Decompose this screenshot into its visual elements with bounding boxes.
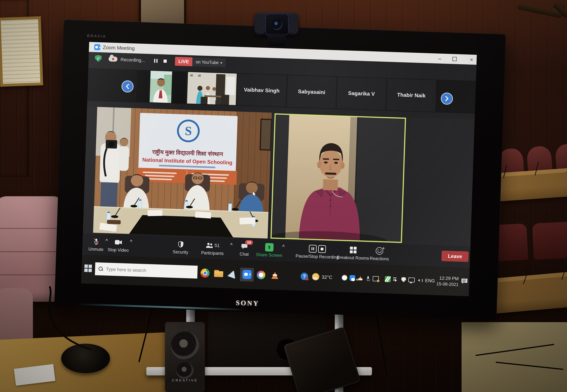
volume-mixer-tray-icon[interactable] [392,276,399,283]
chevron-left-icon [125,84,129,89]
reactions-smiley-icon: + [376,247,383,255]
weather-icon[interactable] [312,273,320,280]
window-title: Zoom Meeting [103,42,135,54]
tv-screen: Zoom Meeting – × ✓ Recording... LIVE on … [81,42,477,296]
tv-brand-label: BRAVIA [87,34,106,39]
nvidia-tray-icon[interactable] [385,276,391,282]
start-button[interactable] [84,264,92,272]
stop-recording-button[interactable] [162,58,168,64]
participant-name: Thabir Naik [397,92,426,99]
chrome-taskbar-icon[interactable] [200,268,210,278]
screen-share-tray-icon[interactable] [373,275,379,282]
zoom-tray-icon[interactable] [349,275,356,281]
live-stream-control[interactable]: LIVE on YouTube ▾ [175,57,226,67]
encryption-shield-icon[interactable]: ✓ [95,55,102,62]
leave-button[interactable]: Leave [441,251,469,262]
participant-name: Sabyasaini [298,88,325,95]
webcam-lens [272,19,282,30]
floor [462,322,567,392]
file-explorer-taskbar-icon[interactable] [214,268,224,279]
taskbar-search[interactable] [95,262,198,279]
volume-tray-icon[interactable] [416,277,423,284]
lens-tray-icon[interactable] [341,274,348,281]
chevron-right-icon [445,96,449,101]
active-speaker-video-feed [270,113,406,243]
share-screen-button[interactable]: Share Screen [256,239,283,261]
windows-security-tray-icon[interactable] [400,276,407,283]
participants-button[interactable]: 51 Participants [201,238,224,259]
close-button[interactable]: × [465,55,477,65]
microphone-muted-icon [93,238,99,245]
next-participants-button[interactable] [441,92,453,105]
reactions-button[interactable]: + Reactions [370,243,389,265]
participants-options-chevron[interactable]: ^ [230,242,233,247]
microphone-tray-icon[interactable] [365,275,372,282]
live-badge: LIVE [175,57,193,66]
action-center-icon[interactable] [461,278,468,285]
webcam-mount [268,34,286,46]
creative-speaker: CREATIVE [165,322,205,392]
chat-unread-badge: 10 [245,240,253,245]
restore-button[interactable] [448,54,461,64]
nios-banner: S राष्ट्रीय मुक्त विद्यालयी शिक्षा संस्थ… [137,113,239,185]
conference-room-video-feed: S राष्ट्रीय मुक्त विद्यालयी शिक्षा संस्थ… [93,107,272,238]
video-camera-icon [114,239,122,245]
vlc-tray-icon[interactable] [357,275,364,282]
zoom-taskbar-icon[interactable] [242,269,252,280]
participant-name-tile[interactable]: Sagarika V [337,77,386,110]
sony-bravia-tv: BRAVIA SONY Zoom Meeting – × ✓ Recording… [54,19,506,320]
clock-time: 12:29 PM [439,275,459,282]
photo-of-conference-room: CREATIVE BRAVIA SONY Zoom Meeting – × ✓ [0,0,567,392]
breakout-rooms-button[interactable]: Breakout Rooms [337,242,370,264]
unmute-options-chevron[interactable]: ^ [105,238,108,243]
svg-text:S: S [185,124,192,138]
zoom-app-icon [94,44,100,50]
participant-name-tile[interactable]: Sabyasaini [287,75,336,108]
cloud-recording-icon [109,56,117,62]
participant-name: Vaibhav Singh [244,86,280,94]
participant-video-tile[interactable] [136,70,186,103]
security-button[interactable]: Security [172,237,189,258]
chat-button[interactable]: 10 Chat [239,239,249,260]
speaker-brand-label: CREATIVE [165,378,205,382]
vlc-taskbar-icon[interactable] [270,270,280,280]
pause-stop-recording-button[interactable]: Pause/Stop Recording [295,240,339,263]
previous-participants-button[interactable] [121,80,134,93]
participants-count: 51 [215,243,220,248]
seated-attendee-left [123,174,150,211]
video-options-chevron[interactable]: ^ [130,239,133,244]
share-options-chevron[interactable]: ^ [282,244,285,249]
video-stage: S राष्ट्रीय मुक्त विद्यालयी शिक्षा संस्थ… [83,107,475,246]
shield-icon [178,241,184,248]
tv-logo: SONY [236,299,260,308]
participant-name: Sagarika V [348,90,375,97]
webcam [254,13,299,35]
search-icon [98,266,103,271]
network-tray-icon[interactable] [408,277,415,283]
live-destination: on YouTube [196,59,219,65]
minimize-button[interactable]: – [433,53,446,64]
language-indicator[interactable]: ENG [425,266,435,295]
framed-picture-left [0,16,43,87]
search-input[interactable] [106,266,193,275]
pause-stop-recording-icon [309,245,326,253]
woman-attendee [118,138,130,171]
recording-status: Recording... [120,54,145,66]
participant-name-tile[interactable]: Vaibhav Singh [237,74,287,107]
stop-video-button[interactable]: Stop Video [107,234,129,256]
live-dropdown-icon[interactable]: ▾ [220,61,222,65]
mouse-cursor [252,191,258,198]
participant-name-tile[interactable]: Thabir Naik [387,79,436,112]
help-tray-icon[interactable]: ? [300,273,308,280]
temperature-readout[interactable]: 32°C [321,263,333,292]
media-app-taskbar-icon[interactable] [256,270,266,280]
breakout-rooms-icon [350,247,357,253]
pause-recording-button[interactable] [153,58,159,64]
taskbar-clock[interactable]: 12:29 PM 15-08-2021 [435,266,459,296]
participant-video-tile[interactable] [187,72,237,105]
app-taskbar-icon[interactable] [228,269,238,279]
unmute-button[interactable]: Unmute [88,234,104,255]
clock-date: 15-08-2021 [436,281,459,288]
participant-video-classroom [187,72,237,105]
speaker-driver [171,332,199,360]
